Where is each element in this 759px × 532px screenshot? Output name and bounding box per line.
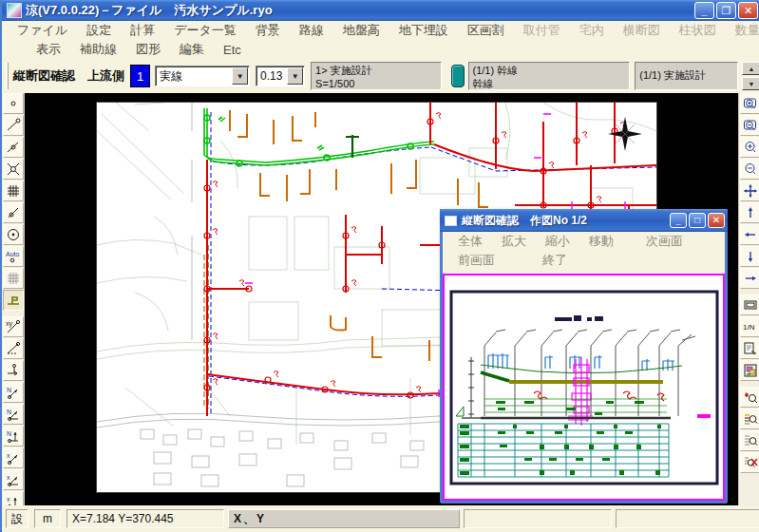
full-extent-button[interactable] (740, 294, 759, 315)
status-mode-button[interactable]: 設 (6, 509, 28, 528)
menu-cross-section: 横断図 (614, 20, 670, 41)
search-feature-button[interactable] (740, 387, 759, 408)
zoom-window-in-button[interactable] (740, 93, 759, 114)
profile-window[interactable]: 縦断図確認 作図No 1/2 _ □ ✕ 全体 拡大 縮小 移動 次画面 前画面… (440, 209, 728, 504)
close-button[interactable]: ✕ (738, 2, 758, 19)
snap-on-line-button[interactable] (3, 137, 24, 158)
spin-down-button[interactable]: ▼ (742, 77, 759, 90)
view-toolbar: 1/N (738, 93, 759, 505)
auto-glyph: Auto (6, 251, 20, 257)
title-bar: 涼(V7.0.0.22)－ファイル 汚水サンプル.ryo _ ❐ ✕ (2, 0, 759, 21)
menu-settings[interactable]: 設定 (77, 20, 121, 41)
redraw-button[interactable] (740, 338, 759, 359)
menu-route[interactable]: 路線 (290, 20, 333, 41)
snap-auto-button[interactable]: Auto (3, 246, 24, 267)
menu-edit[interactable]: 編集 (170, 39, 214, 60)
snap-grid-button[interactable] (3, 180, 24, 201)
status-coordinates: X=7.184 Y=370.445 (66, 509, 224, 528)
design-info-panel: 1> 実施設計 S=1/500 (311, 62, 442, 90)
toolbar: 縦断図確認 上流側 1 実線 ▼ 0.13 ▼ 1> 実施設計 S=1/500 … (2, 59, 759, 93)
menu-quantity: 数量 (726, 20, 759, 41)
profile-menu-move[interactable]: 移動 (579, 231, 623, 252)
status-empty-2 (616, 509, 759, 528)
minimize-button[interactable]: _ (694, 2, 714, 19)
menu-shape[interactable]: 図形 (126, 39, 170, 60)
zoom-in-button[interactable] (740, 137, 759, 158)
mode-label: 縦断図確認 上流側 (13, 67, 124, 85)
status-unit: m (34, 509, 61, 528)
scroll-left-button[interactable] (740, 224, 759, 245)
profile-menu-zoom-in[interactable]: 拡大 (492, 231, 536, 252)
scroll-right-button[interactable] (740, 268, 759, 289)
line-style-value: 実線 (156, 68, 231, 85)
menu-view[interactable]: 表示 (27, 39, 70, 60)
chevron-down-icon[interactable]: ▼ (287, 67, 303, 85)
svg-text:N: N (7, 430, 11, 437)
layer-settings-button[interactable] (740, 360, 759, 381)
profile-close-button[interactable]: ✕ (708, 213, 725, 228)
menu-underground[interactable]: 地下埋設 (389, 20, 458, 41)
profile-window-icon (445, 216, 457, 226)
snap-intersection-button[interactable] (3, 159, 24, 180)
benchmark-button[interactable] (3, 290, 24, 311)
line-width-combo[interactable]: 0.13 ▼ (256, 66, 305, 86)
menu-service-pipe: 取付管 (514, 20, 570, 41)
profile-maximize-button[interactable]: □ (689, 213, 706, 228)
profile-menu-exit[interactable]: 終了 (533, 250, 577, 271)
line-style-combo[interactable]: 実線 ▼ (155, 66, 250, 86)
zoom-window-out-button[interactable] (740, 115, 759, 136)
svg-text:x: x (7, 474, 10, 481)
search-list-button[interactable] (740, 430, 759, 451)
scroll-up-button[interactable] (740, 202, 759, 223)
input-offset-button[interactable] (3, 360, 24, 381)
menu-ground-level[interactable]: 地盤高 (333, 20, 389, 41)
input-n-vertical-button[interactable]: N (3, 426, 24, 446)
chevron-down-icon[interactable]: ▼ (232, 67, 248, 85)
scale-input-button[interactable]: 1/N (740, 316, 759, 337)
menu-background[interactable]: 背景 (246, 20, 290, 41)
profile-title-bar[interactable]: 縦断図確認 作図No 1/2 _ □ ✕ (440, 209, 728, 232)
input-angle-length-button[interactable] (3, 338, 24, 359)
input-x-angle-button[interactable]: x (3, 469, 24, 490)
menu-boring-log: 柱状図 (670, 20, 726, 41)
route-color-swatch[interactable] (451, 65, 465, 87)
profile-drawing-area[interactable] (443, 274, 725, 501)
pen-number-box[interactable]: 1 (130, 65, 150, 87)
scroll-down-button[interactable] (740, 246, 759, 267)
profile-menu-zoom-out[interactable]: 縮小 (536, 231, 579, 252)
profile-menu-next-screen[interactable]: 次画面 (636, 231, 693, 252)
profile-menu-prev-screen[interactable]: 前画面 (448, 250, 504, 271)
window-title: 涼(V7.0.0.22)－ファイル 汚水サンプル.ryo (26, 2, 273, 19)
grid-display-button[interactable] (3, 268, 24, 289)
maximize-button[interactable]: ❐ (716, 2, 736, 19)
snap-nearest-button[interactable] (3, 202, 24, 223)
svg-text:N: N (7, 408, 11, 415)
profile-menu-whole[interactable]: 全体 (448, 231, 492, 252)
profile-minimize-button[interactable]: _ (670, 213, 687, 228)
search-cancel-button[interactable] (740, 452, 759, 473)
menu-data-list[interactable]: データ一覧 (164, 20, 246, 41)
input-x-diagonal-button[interactable]: x (3, 447, 24, 468)
pan-button[interactable] (740, 180, 759, 201)
snap-line-end-button[interactable] (3, 115, 24, 136)
input-n-diagonal-button[interactable]: N (3, 382, 24, 403)
menu-block-division[interactable]: 区画割 (458, 20, 514, 41)
line-width-value: 0.13 (256, 69, 286, 83)
menu-guide-line[interactable]: 補助線 (70, 39, 126, 60)
search-legend-button[interactable] (740, 408, 759, 429)
menu-file[interactable]: ファイル (8, 20, 77, 41)
menu-private: 宅内 (570, 20, 614, 41)
spin-up-button[interactable]: ▲ (742, 62, 759, 75)
snap-center-button[interactable] (3, 224, 24, 245)
menu-etc[interactable]: Etc (214, 41, 251, 59)
snap-point-button[interactable] (3, 93, 24, 114)
design-info-line1: 1> 実施設計 (315, 65, 437, 78)
design-info-line2: S=1/500 (315, 78, 437, 90)
snap-toolbar: Auto xy N N N x x x (2, 93, 25, 505)
zoom-out-button[interactable] (740, 159, 759, 180)
menu-calc[interactable]: 計算 (121, 20, 164, 41)
app-icon (7, 3, 22, 18)
status-empty-1 (464, 509, 612, 528)
input-n-angle-button[interactable]: N (3, 404, 24, 425)
input-xy-button[interactable]: xy (3, 316, 24, 337)
